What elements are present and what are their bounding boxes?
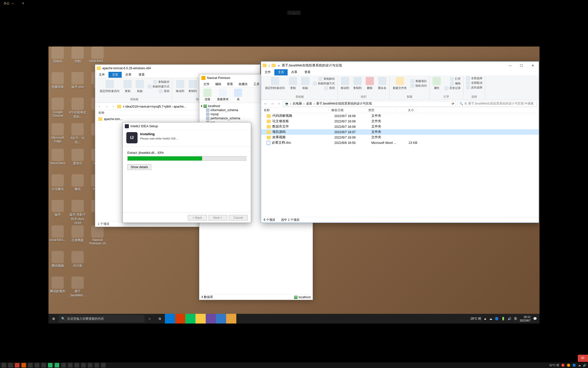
paste-shortcut-button[interactable]: 粘贴快捷方式 [311, 81, 336, 86]
taskbar-app[interactable] [226, 314, 236, 324]
refresh-button[interactable]: ⟳ [452, 102, 454, 106]
ribbon-tab[interactable]: 查看 [135, 72, 148, 78]
up-button[interactable]: ↑ [276, 101, 281, 106]
edit-button[interactable]: 编辑 [443, 81, 462, 86]
copy-path-button[interactable]: 复制路径 [146, 80, 171, 84]
desktop-icon[interactable]: 4字在线考试系统... [68, 98, 87, 119]
notification-button[interactable]: 💬 [533, 317, 537, 320]
cortana-button[interactable]: ○ [144, 314, 155, 324]
desktop-icon[interactable]: 向日葵 [68, 251, 87, 268]
copy-button[interactable]: 复制 [287, 76, 299, 91]
desktop-icon[interactable]: Microsoft Edge [48, 123, 67, 143]
col-size[interactable]: 大小 [396, 108, 417, 112]
dialog-title-bar[interactable]: IntelliJ IDEA Setup [123, 122, 251, 130]
taskbar-app[interactable] [185, 314, 195, 324]
open-button[interactable]: 打开 [443, 77, 462, 81]
new-tab-button[interactable]: + [22, 1, 25, 6]
browser-tab[interactable]: 办公 × [0, 0, 17, 7]
search-input[interactable]: 🔍 在 基于JavaWeb在线投票系统的设计与实现 中搜索 [458, 101, 537, 107]
host-taskbar-app[interactable] [61, 363, 66, 367]
desktop-icon[interactable]: 版丹.xlsx [68, 72, 87, 89]
desktop-icon[interactable]: 回收站 [48, 47, 67, 64]
host-taskbar-app[interactable] [41, 363, 46, 367]
host-taskbar-app[interactable] [2, 363, 6, 367]
forward-button[interactable]: → [270, 101, 275, 106]
tray-icon[interactable]: ☁ [489, 317, 492, 320]
minimize-button[interactable]: — [506, 63, 515, 68]
taskbar-app[interactable] [175, 314, 185, 324]
host-taskbar-app[interactable] [81, 363, 86, 367]
paste-button[interactable]: 粘贴 [299, 76, 311, 91]
move-to-button[interactable]: 移动到 [339, 76, 351, 91]
copy-to-button[interactable]: 复制到 [186, 79, 199, 94]
menu-item[interactable]: 工具 [251, 82, 262, 87]
cut-button[interactable]: 剪切 [146, 89, 171, 94]
col-type[interactable]: 类型 [366, 108, 396, 112]
easy-access-button[interactable]: 轻松访问 [409, 84, 428, 88]
file-row[interactable]: 项目源码2022/6/7 16:07文件夹 [261, 129, 539, 135]
ime-indicator[interactable]: 英 [514, 317, 517, 321]
new-folder-button[interactable]: 新建文件夹 [391, 76, 409, 91]
tray-icon[interactable]: 🟠 [567, 364, 570, 367]
desktop-icon[interactable]: coral-fish1... [88, 47, 107, 63]
forward-button[interactable]: → [104, 104, 109, 109]
tray-icon[interactable]: 🔵 [495, 317, 499, 320]
history-button[interactable]: 历史记录 [443, 86, 462, 90]
tray-icon[interactable]: 🔋 [501, 317, 505, 320]
windows-taskbar[interactable]: ⊞ 🔍 在这里输入你要搜索的内容 ○ ⧉ 29°C 明 ▲ ☁ 🔵 🔋 🔊 英 … [48, 314, 540, 324]
intellij-setup-dialog[interactable]: IntelliJ IDEA Setup IJ Installing Please… [122, 122, 251, 223]
col-name[interactable]: 名称 [98, 111, 104, 115]
move-to-button[interactable]: 移动到 [174, 79, 186, 94]
menu-item[interactable]: 收藏夹 [236, 82, 250, 87]
taskbar-app[interactable] [195, 314, 206, 324]
tray-icon[interactable]: ▲ [484, 317, 487, 320]
paste-shortcut-button[interactable]: 粘贴快捷方式 [146, 84, 171, 89]
host-taskbar-app[interactable] [55, 363, 59, 367]
host-taskbar-app[interactable] [75, 363, 79, 367]
cut-button[interactable]: 剪切 [311, 86, 336, 90]
copy-to-button[interactable]: 复制到 [351, 76, 364, 91]
desktop-icon[interactable]: 爱奇艺 [68, 149, 87, 166]
back-button[interactable]: ← [263, 101, 268, 106]
tray-icon[interactable]: 🔴 [561, 364, 565, 367]
new-item-button[interactable]: 新建项目 [409, 79, 428, 84]
breadcrumb[interactable]: « idea2018+navicat+mysql5.7+jdk8 › apach… [123, 105, 186, 108]
toolbar-dropdown[interactable]: ⌄ [287, 11, 301, 15]
copy-button[interactable]: 复制 [121, 79, 134, 94]
file-row[interactable]: 代码讲解视频2022/6/7 16:08文件夹 [261, 113, 539, 119]
desktop-icon[interactable]: 4次可一次性... [68, 123, 87, 145]
ribbon-tab[interactable]: 共享 [288, 69, 301, 75]
window-title-bar[interactable]: | = 基于JavaWeb在线投票系统的设计与实现 — ☐ ✕ [261, 62, 539, 69]
weather-widget[interactable]: 29°C 明 [470, 317, 481, 321]
desktop-icon[interactable]: coral-fish1... [48, 225, 67, 242]
breadcrumb-segment[interactable]: 桌面 [306, 101, 312, 106]
select-none-button[interactable]: 全部取消 [464, 80, 484, 85]
desktop-icon[interactable]: 腾讯影视库 [48, 277, 67, 294]
host-taskbar-app[interactable] [101, 363, 106, 367]
desktop-icon[interactable]: 版丹 投影子技术.docx 2018 [68, 200, 87, 225]
properties-button[interactable]: 属性 [431, 76, 443, 91]
table-button[interactable]: 表 [231, 88, 245, 102]
tray-icon[interactable]: 🔊 [583, 364, 586, 367]
pin-button[interactable]: 固定到快速访问 [98, 79, 121, 94]
ribbon-tab[interactable]: 主页 [108, 72, 122, 78]
breadcrumb-segment[interactable]: 此电脑 [293, 101, 302, 106]
host-taskbar-app[interactable] [48, 363, 53, 367]
pin-button[interactable]: 固定到快速访问 [263, 76, 287, 91]
ribbon-tab[interactable]: 文件 [261, 69, 274, 75]
taskbar-search[interactable]: 🔍 在这里输入你要搜索的内容 [59, 315, 144, 323]
window-title-bar[interactable]: apache-tomcat-8.5.29-windows-x64 [95, 65, 260, 72]
taskbar-app[interactable] [206, 314, 216, 324]
host-taskbar-app[interactable] [68, 363, 72, 367]
address-bar[interactable]: 💻 › 此电脑 › 桌面 › 基于JavaWeb在线投票系统的设计与实现 ⟳ [283, 101, 456, 107]
desktop-icon[interactable]: 控制 [68, 47, 87, 64]
paste-button[interactable]: 粘贴 [134, 79, 146, 94]
desktop-icon[interactable]: 电脑管家 [48, 72, 67, 89]
tray-icon[interactable]: 🔵 [572, 364, 576, 367]
desktop-icon[interactable]: 基于JavaWeb... [68, 277, 87, 297]
desktop-icon[interactable]: Google Chrome [48, 98, 67, 118]
ribbon-tab[interactable]: 主页 [274, 69, 288, 75]
desktop-icon[interactable]: 微信 [68, 174, 87, 191]
desktop-icon[interactable]: SecoClient [48, 149, 67, 165]
show-details-button[interactable]: Show details [127, 164, 151, 170]
